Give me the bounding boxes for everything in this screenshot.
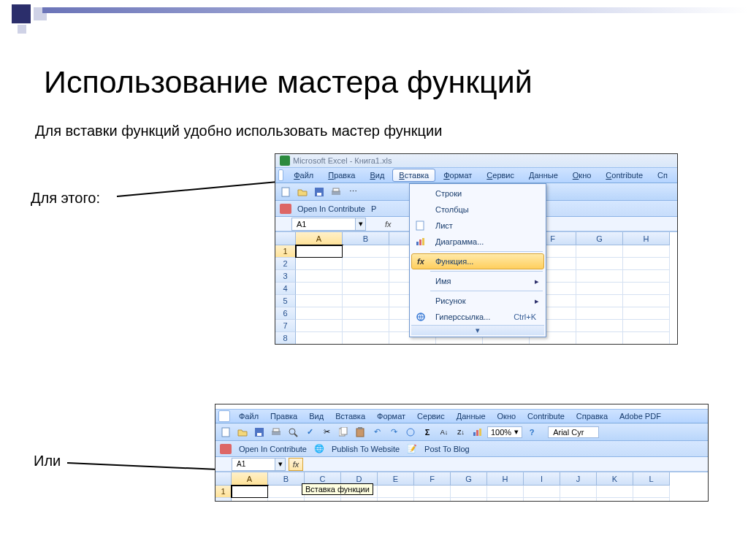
- row-header[interactable]: 4: [275, 283, 296, 295]
- cell[interactable]: [414, 498, 451, 502]
- cell[interactable]: [343, 245, 389, 258]
- menu-insert[interactable]: Вставка: [330, 410, 370, 422]
- col-header[interactable]: I: [524, 472, 560, 486]
- menu-contribute[interactable]: Contribute: [599, 169, 649, 182]
- menu-contribute[interactable]: Contribute: [522, 410, 570, 422]
- menu-format[interactable]: Формат: [372, 410, 411, 422]
- name-box-dropdown-icon[interactable]: ▾: [356, 218, 366, 231]
- cell[interactable]: [524, 486, 560, 498]
- tool-save-icon[interactable]: [252, 425, 267, 440]
- cell[interactable]: [296, 295, 343, 307]
- tool-chart-icon[interactable]: [470, 425, 485, 440]
- cell[interactable]: [576, 270, 623, 283]
- tool-help-icon[interactable]: ?: [524, 425, 539, 440]
- tool-print-icon[interactable]: [269, 425, 283, 440]
- tool-new-icon[interactable]: [278, 185, 293, 199]
- cell[interactable]: [296, 283, 343, 295]
- cell[interactable]: [597, 486, 633, 498]
- cell[interactable]: [597, 498, 633, 502]
- cell[interactable]: [623, 332, 670, 345]
- name-box[interactable]: A1: [291, 218, 356, 231]
- tool-redo-icon[interactable]: ↷: [386, 425, 401, 440]
- tool-preview-icon[interactable]: [286, 425, 300, 440]
- tool-sort-desc-icon[interactable]: Z↓: [454, 425, 468, 440]
- col-header-B[interactable]: B: [343, 232, 389, 245]
- menu-item-picture[interactable]: Рисунок ▸: [411, 293, 544, 309]
- menu-tools[interactable]: Сервис: [480, 169, 521, 182]
- spreadsheet-grid-2[interactable]: A B C D E F G H I J K L 12: [215, 472, 708, 502]
- cell[interactable]: [268, 486, 305, 498]
- menu-edit[interactable]: Правка: [265, 410, 302, 422]
- font-selector[interactable]: Arial Cyr: [548, 426, 599, 438]
- cell[interactable]: [487, 486, 524, 498]
- tool-more-icon[interactable]: ⋯: [346, 185, 360, 199]
- select-all-corner[interactable]: [275, 232, 296, 245]
- cell[interactable]: [576, 332, 623, 345]
- cell[interactable]: [343, 307, 389, 320]
- menu-help[interactable]: Справка: [571, 410, 613, 422]
- cell[interactable]: [576, 320, 623, 332]
- menu-file[interactable]: Файл: [234, 410, 264, 422]
- menu-view[interactable]: Вид: [363, 169, 391, 182]
- cell[interactable]: [343, 283, 389, 295]
- menu-expand-chevron-icon[interactable]: ▾: [411, 325, 544, 335]
- menu-insert[interactable]: Вставка: [392, 169, 435, 182]
- contribute-post-link[interactable]: Post To Blog: [424, 445, 470, 453]
- cell[interactable]: [296, 258, 343, 270]
- cell[interactable]: [378, 498, 414, 502]
- menu-file[interactable]: Файл: [287, 169, 320, 182]
- cell[interactable]: [623, 295, 670, 307]
- menu-item-name[interactable]: Имя ▸: [411, 273, 544, 289]
- menu-help-truncated[interactable]: Сп: [651, 169, 674, 182]
- tool-cut-icon[interactable]: ✂: [319, 425, 334, 440]
- col-header[interactable]: J: [560, 472, 597, 486]
- menu-view[interactable]: Вид: [304, 410, 329, 422]
- contribute-open-link[interactable]: Open In Contribute: [297, 204, 365, 213]
- menu-item-hyperlink[interactable]: Гиперссылка... Ctrl+K: [411, 309, 544, 325]
- tool-copy-icon[interactable]: [336, 425, 351, 440]
- cell[interactable]: [343, 270, 389, 283]
- cell[interactable]: [633, 498, 670, 502]
- menu-edit[interactable]: Правка: [321, 169, 362, 182]
- col-header[interactable]: B: [268, 472, 305, 486]
- tool-hyperlink-icon[interactable]: [403, 425, 418, 440]
- menu-item-columns[interactable]: Столбцы: [411, 202, 544, 218]
- row-header[interactable]: 5: [275, 295, 296, 307]
- row-header[interactable]: 3: [275, 270, 296, 283]
- menu-item-sheet[interactable]: Лист: [411, 218, 544, 234]
- cell[interactable]: [296, 307, 343, 320]
- cell[interactable]: [232, 498, 268, 502]
- menu-item-function[interactable]: fx Функция...: [411, 253, 544, 269]
- tool-spellcheck-icon[interactable]: ✓: [302, 425, 317, 440]
- insert-function-button[interactable]: fx: [289, 458, 303, 471]
- cell[interactable]: [524, 498, 560, 502]
- col-header[interactable]: A: [232, 472, 268, 486]
- row-header[interactable]: 6: [275, 307, 296, 320]
- col-header[interactable]: K: [597, 472, 633, 486]
- cell[interactable]: [623, 307, 670, 320]
- col-header-H[interactable]: H: [623, 232, 670, 245]
- tool-open-icon[interactable]: [235, 425, 250, 440]
- cell[interactable]: [560, 486, 597, 498]
- menu-window[interactable]: Окно: [492, 410, 522, 422]
- tool-save-icon[interactable]: [312, 185, 327, 199]
- col-header[interactable]: H: [487, 472, 524, 486]
- tool-sort-asc-icon[interactable]: A↓: [437, 425, 451, 440]
- cell[interactable]: [343, 258, 389, 270]
- cell[interactable]: [633, 486, 670, 498]
- row-header[interactable]: 8: [275, 332, 296, 345]
- cell[interactable]: [576, 258, 623, 270]
- tool-undo-icon[interactable]: ↶: [370, 425, 384, 440]
- contribute-open-link[interactable]: Open In Contribute: [239, 445, 307, 453]
- cell[interactable]: [576, 245, 623, 258]
- row-header[interactable]: 1: [275, 245, 296, 258]
- row-header[interactable]: 7: [275, 320, 296, 332]
- cell[interactable]: [343, 295, 389, 307]
- tool-autosum-icon[interactable]: Σ: [420, 425, 435, 440]
- tool-new-icon[interactable]: [218, 425, 233, 440]
- col-header-A[interactable]: A: [296, 232, 343, 245]
- cell[interactable]: [487, 498, 524, 502]
- col-header[interactable]: F: [414, 472, 451, 486]
- contribute-publish-link[interactable]: Publish To Website: [332, 445, 400, 453]
- cell[interactable]: [296, 320, 343, 332]
